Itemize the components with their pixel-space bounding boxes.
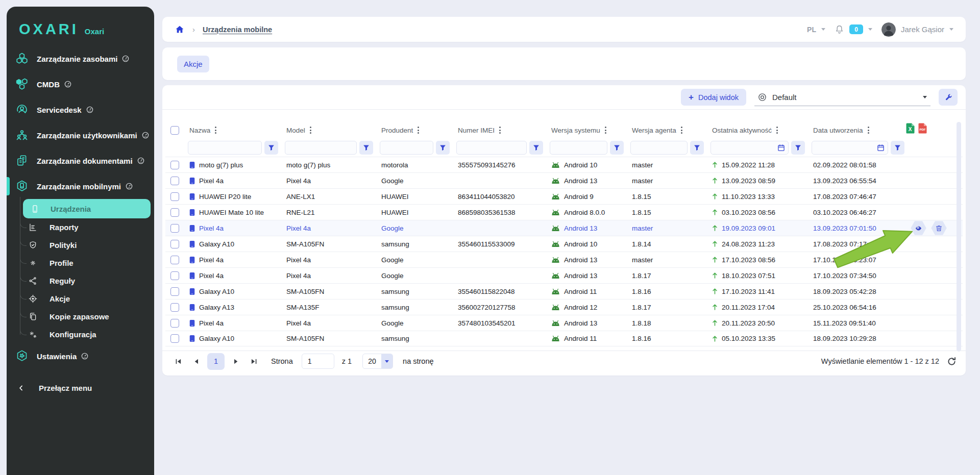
row-checkbox[interactable] (170, 256, 179, 264)
row-checkbox[interactable] (170, 161, 179, 169)
sidebar-item-dokumenty[interactable]: Zarządzanie dokumentami (7, 148, 154, 173)
pdf-export-icon[interactable]: PDF (918, 123, 927, 134)
filter-input-ostatnia-aktywnosc[interactable] (710, 141, 789, 155)
kebab-menu-icon[interactable] (214, 126, 217, 135)
column-header-producent[interactable]: Produdent (376, 126, 452, 135)
kebab-menu-icon[interactable] (416, 126, 420, 135)
chevron-down-icon[interactable] (821, 28, 825, 31)
table-row[interactable]: Galaxy A10SM-A105FNsamsungAndroid 111.8.… (165, 331, 963, 346)
filter-funnel-button[interactable] (891, 141, 904, 155)
last-page-icon[interactable] (247, 355, 260, 368)
previous-page-icon[interactable] (189, 355, 203, 368)
sidebar-subitem-kopie[interactable]: Kopie zapasowe (7, 308, 154, 326)
breadcrumb-page-link[interactable]: Urządzenia mobilne (203, 26, 272, 34)
calendar-icon[interactable] (877, 144, 885, 152)
filter-input-wersja-agenta[interactable] (630, 141, 688, 155)
kebab-menu-icon[interactable] (498, 126, 502, 135)
table-row[interactable]: HUAWEI P20 liteANE-LX1HUAWEI863411044053… (165, 188, 963, 204)
column-header-imei[interactable]: Numer IMEI (452, 126, 546, 135)
row-checkbox[interactable] (170, 224, 179, 233)
sidebar-subitem-polityki[interactable]: Polityki (7, 236, 154, 254)
row-checkbox[interactable] (170, 240, 179, 248)
table-row[interactable]: Galaxy A10SM-A105FNsamsung35546011553300… (165, 236, 963, 252)
sidebar-item-cmdb[interactable]: CMDB (7, 71, 154, 97)
filter-funnel-button[interactable] (610, 141, 624, 155)
page-number-button[interactable]: 1 (207, 353, 225, 370)
sidebar-subitem-akcje[interactable]: Akcje (7, 290, 154, 308)
column-header-wersja-agenta[interactable]: Wersja agenta (626, 126, 706, 135)
table-row[interactable]: moto g(7) plusmoto g(7) plusmotorola3555… (165, 157, 963, 172)
row-checkbox[interactable] (170, 208, 179, 217)
sidebar-item-servicedesk[interactable]: Servicedesk (7, 97, 154, 122)
settings-wrench-button[interactable] (939, 89, 958, 106)
table-row[interactable]: Pixel 4aPixel 4aGoogleAndroid 131.8.1718… (165, 267, 963, 283)
row-checkbox[interactable] (170, 334, 179, 343)
table-row[interactable]: Pixel 4aPixel 4aGoogleAndroid 13master13… (165, 172, 963, 188)
column-header-data-utworzenia[interactable]: Data utworzenia (807, 126, 907, 135)
filter-input-nazwa[interactable] (188, 141, 262, 155)
next-page-icon[interactable] (229, 355, 242, 368)
sidebar-item-zasoby[interactable]: Zarządzanie zasobami (7, 46, 154, 71)
add-view-button[interactable]: + Dodaj widok (681, 89, 746, 106)
vertical-scrollbar[interactable] (957, 122, 961, 352)
delete-trash-button[interactable] (931, 221, 947, 236)
sidebar-subitem-profile[interactable]: Profile (7, 254, 154, 272)
filter-input-producent[interactable] (380, 141, 433, 155)
filter-funnel-button[interactable] (529, 141, 543, 155)
sidebar-item-mobilne[interactable]: Zarządzanie mobilnymi (7, 173, 154, 199)
bell-icon[interactable] (835, 24, 844, 34)
sidebar-subitem-urzadzenia[interactable]: Urządzenia (23, 199, 151, 218)
filter-input-data-utworzenia[interactable] (812, 141, 888, 155)
column-header-wersja-systemu[interactable]: Wersja systemu (546, 126, 626, 135)
row-checkbox[interactable] (170, 271, 179, 280)
filter-funnel-button[interactable] (690, 141, 704, 155)
table-row[interactable]: Galaxy A10SM-A105FNsamsung35546011582204… (165, 283, 963, 299)
view-select[interactable]: Default (754, 89, 930, 106)
row-checkbox[interactable] (170, 192, 179, 201)
user-name[interactable]: Jarek Gąsior (901, 25, 944, 34)
kebab-menu-icon[interactable] (867, 126, 870, 135)
filter-funnel-button[interactable] (264, 141, 278, 155)
first-page-icon[interactable] (172, 355, 185, 368)
table-row[interactable]: Pixel 4aPixel 4aGoogleAndroid 13master17… (165, 252, 963, 267)
filter-input-imei[interactable] (456, 141, 527, 155)
column-header-nazwa[interactable]: Nazwa (184, 126, 281, 135)
filter-input-wersja-systemu[interactable] (550, 141, 607, 155)
per-page-select[interactable]: 20 (362, 354, 393, 369)
sidebar-subitem-konfiguracja[interactable]: Konfiguracja (7, 326, 154, 343)
chevron-down-icon[interactable] (949, 28, 953, 31)
kebab-menu-icon[interactable] (775, 126, 779, 135)
sidebar-subitem-reguly[interactable]: Reguły (7, 272, 154, 290)
language-selector[interactable]: PL (807, 26, 816, 34)
calendar-icon[interactable] (777, 144, 785, 152)
oxari-logo[interactable]: OXARI Oxari (7, 7, 154, 38)
table-row[interactable]: Pixel 4aPixel 4aGoogleAndroid 13master19… (165, 220, 963, 236)
page-input[interactable]: 1 (302, 354, 334, 369)
avatar[interactable] (881, 22, 896, 37)
table-row[interactable]: HUAWEI Mate 10 liteRNE-L21HUAWEI86859803… (165, 204, 963, 220)
notification-badge[interactable]: 0 (849, 24, 863, 34)
table-row[interactable]: Galaxy A13SM-A135Fsamsung356002720127758… (165, 299, 963, 315)
column-header-ostatnia-aktywnosc[interactable]: Ostatnia aktywność (706, 126, 807, 135)
preview-eye-button[interactable] (911, 221, 926, 236)
kebab-menu-icon[interactable] (309, 126, 312, 135)
sidebar-toggle-menu[interactable]: Przełącz menu (7, 375, 154, 401)
table-row[interactable]: Pixel 4aPixel 4aGoogle357480103545201And… (165, 315, 963, 331)
filter-funnel-button[interactable] (791, 141, 805, 155)
column-header-model[interactable]: Model (281, 126, 376, 135)
sidebar-item-uzytkownicy[interactable]: Zarządzanie użytkownikami (7, 122, 154, 148)
select-all-checkbox[interactable] (170, 126, 179, 135)
home-icon[interactable] (175, 24, 185, 35)
kebab-menu-icon[interactable] (604, 126, 607, 135)
filter-input-model[interactable] (285, 141, 357, 155)
row-checkbox[interactable] (170, 287, 179, 296)
sidebar-item-ustawienia[interactable]: Ustawienia (7, 343, 154, 369)
akcje-button[interactable]: Akcje (177, 56, 209, 72)
sidebar-subitem-raporty[interactable]: Raporty (7, 218, 154, 236)
kebab-menu-icon[interactable] (680, 126, 683, 135)
refresh-icon[interactable] (947, 357, 957, 366)
filter-funnel-button[interactable] (359, 141, 373, 155)
row-checkbox[interactable] (170, 319, 179, 328)
chevron-down-icon[interactable] (868, 28, 872, 31)
row-checkbox[interactable] (170, 177, 179, 185)
